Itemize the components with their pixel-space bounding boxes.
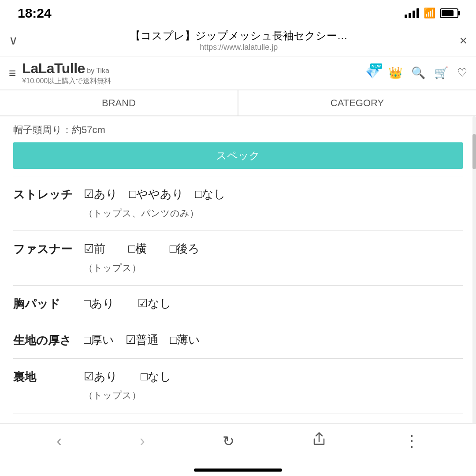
spec-values-thickness: □厚い ☑普通 □薄い <box>84 331 463 350</box>
spec-label-fastener: ファスナー <box>13 240 84 257</box>
tab-brand-label: BRAND <box>102 97 136 109</box>
site-icons: NEW 💎 👑 🔍 🛒 ♡ <box>365 66 467 80</box>
browser-title: 【コスプレ】ジップメッシュ長袖セクシー… <box>25 29 452 43</box>
spec-label-lining: 裏地 <box>13 368 84 385</box>
spec-values-fastener: ☑前 □横 □後ろ （トップス） <box>84 240 463 276</box>
status-time: 18:24 <box>18 6 52 21</box>
site-tagline: ¥10,000以上購入で送料無料 <box>22 77 365 86</box>
scrollbar-thumb[interactable] <box>472 134 476 169</box>
spec-row-chest-pad: 胸パッド □あり ☑なし <box>13 285 463 322</box>
content-area: 帽子頭周り：約57cm スペック ストレッチ ☑あり □ややあり □なし （トッ… <box>0 116 476 450</box>
spec-stretch-values: ☑あり □ややあり □なし <box>84 187 226 201</box>
more-button[interactable]: ⋮ <box>404 432 420 450</box>
wifi-icon: 📶 <box>424 7 435 19</box>
browser-url: https://www.lalatulle.jp <box>25 43 452 52</box>
back-button[interactable]: ‹ <box>56 432 62 450</box>
status-icons: 📶 <box>405 7 458 19</box>
tab-category[interactable]: CATEGORY <box>238 90 476 116</box>
browser-bar: ∨ 【コスプレ】ジップメッシュ長袖セクシー… https://www.lalat… <box>0 25 476 56</box>
spec-lining-sub: （トップス） <box>84 390 141 400</box>
spec-label-thickness: 生地の厚さ <box>13 331 84 348</box>
battery-icon <box>440 8 458 18</box>
tab-brand[interactable]: BRAND <box>0 90 238 116</box>
crown-icon[interactable]: 👑 <box>388 66 402 80</box>
spec-fastener-values: ☑前 □横 □後ろ <box>84 242 200 255</box>
browser-title-area: 【コスプレ】ジップメッシュ長袖セクシー… https://www.lalatul… <box>25 29 452 52</box>
browser-chevron-icon[interactable]: ∨ <box>9 33 18 48</box>
site-logo-sub: by Tika <box>85 67 109 74</box>
reload-button[interactable]: ↻ <box>223 433 234 450</box>
cart-icon[interactable]: 🛒 <box>434 66 448 80</box>
tab-category-label: CATEGORY <box>331 97 384 109</box>
scrollbar[interactable] <box>472 116 476 450</box>
spec-section-button[interactable]: スペック <box>13 142 463 169</box>
spec-row-fastener: ファスナー ☑前 □横 □後ろ （トップス） <box>13 231 463 285</box>
spec-row-lining: 裏地 ☑あり □なし （トップス） <box>13 358 463 413</box>
spec-chest-pad-values: □あり ☑なし <box>84 297 171 310</box>
status-bar: 18:24 📶 <box>0 0 476 25</box>
spec-row-thickness: 生地の厚さ □厚い ☑普通 □薄い <box>13 322 463 358</box>
bottom-browser-bar: ‹ › ↻ ⋮ <box>0 423 476 458</box>
home-indicator <box>194 469 282 472</box>
new-badge: NEW <box>370 63 382 69</box>
browser-close-icon[interactable]: × <box>459 33 467 48</box>
share-button[interactable] <box>312 432 326 450</box>
search-icon[interactable]: 🔍 <box>411 66 425 80</box>
spec-stretch-sub: （トップス、パンツのみ） <box>84 208 199 218</box>
nav-tabs: BRAND CATEGORY <box>0 90 476 116</box>
site-header: ≡ LaLaTulle by Tika ¥10,000以上購入で送料無料 NEW… <box>0 56 476 90</box>
spec-row-stretch: ストレッチ ☑あり □ややあり □なし （トップス、パンツのみ） <box>13 176 463 231</box>
new-icon[interactable]: NEW 💎 <box>365 66 379 80</box>
site-logo: LaLaTulle <box>22 60 85 76</box>
spec-values-lining: ☑あり □なし （トップス） <box>84 368 463 404</box>
signal-icon <box>405 8 419 18</box>
spec-thickness-values: □厚い ☑普通 □薄い <box>84 333 200 346</box>
hat-size-info: 帽子頭周り：約57cm <box>13 123 463 137</box>
forward-button[interactable]: › <box>140 432 145 450</box>
site-logo-area: LaLaTulle by Tika ¥10,000以上購入で送料無料 <box>22 60 365 86</box>
spec-label-chest-pad: 胸パッド <box>13 294 84 312</box>
spec-lining-values: ☑あり □なし <box>84 370 171 383</box>
spec-label-stretch: ストレッチ <box>13 185 84 202</box>
spec-values-chest-pad: □あり ☑なし <box>84 294 463 313</box>
spec-fastener-sub: （トップス） <box>84 263 141 273</box>
heart-icon[interactable]: ♡ <box>457 66 467 80</box>
spec-table: ストレッチ ☑あり □ややあり □なし （トップス、パンツのみ） ファスナー ☑… <box>13 176 463 450</box>
hamburger-icon[interactable]: ≡ <box>9 66 16 80</box>
spec-values-stretch: ☑あり □ややあり □なし （トップス、パンツのみ） <box>84 185 463 222</box>
